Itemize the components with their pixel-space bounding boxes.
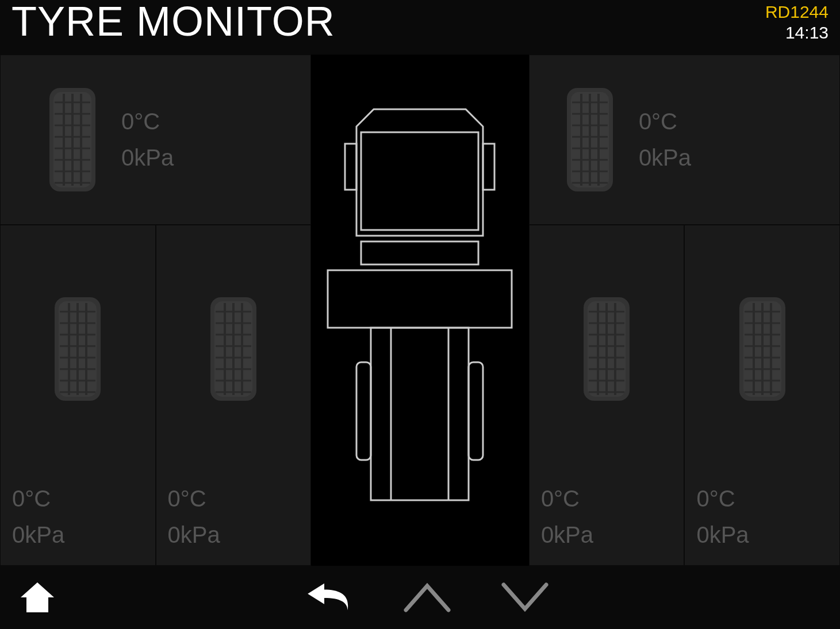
pressure-value: 0kPa bbox=[121, 145, 174, 171]
page-title: TYRE MONITOR bbox=[11, 0, 335, 44]
chevron-down-icon bbox=[499, 580, 551, 615]
back-button[interactable] bbox=[304, 577, 355, 618]
vehicle-diagram bbox=[311, 55, 529, 566]
tyre-readings: 0°C 0kPa bbox=[639, 109, 691, 171]
tyre-icon bbox=[52, 294, 103, 404]
svg-rect-30 bbox=[328, 270, 512, 328]
tyre-panel-front-right: 0°C 0kPa bbox=[529, 55, 840, 225]
tyre-panel-rear-inner-left: 0°C 0kPa bbox=[156, 225, 312, 566]
header-right: RD1244 14:13 bbox=[765, 0, 829, 43]
svg-rect-33 bbox=[469, 362, 483, 460]
header: TYRE MONITOR RD1244 14:13 bbox=[0, 0, 840, 55]
tyre-monitor-screen: TYRE MONITOR RD1244 14:13 bbox=[0, 0, 840, 629]
tyre-panel-rear-outer-right: 0°C 0kPa bbox=[684, 225, 840, 566]
pressure-value: 0kPa bbox=[12, 522, 64, 548]
tyre-readings: 0°C 0kPa bbox=[1, 486, 64, 548]
tyre-panel-rear-outer-left: 0°C 0kPa bbox=[0, 225, 156, 566]
tyre-readings: 0°C 0kPa bbox=[530, 486, 593, 548]
footer-nav bbox=[0, 566, 840, 629]
temp-value: 0°C bbox=[121, 109, 174, 135]
tyre-panel-rear-inner-right: 0°C 0kPa bbox=[529, 225, 685, 566]
svg-rect-31 bbox=[371, 328, 469, 500]
tyre-icon bbox=[208, 294, 259, 404]
svg-rect-27 bbox=[345, 144, 356, 190]
tyre-icon bbox=[564, 85, 616, 194]
home-button[interactable] bbox=[11, 577, 63, 618]
pressure-value: 0kPa bbox=[541, 522, 593, 548]
temp-value: 0°C bbox=[696, 486, 749, 512]
down-button[interactable] bbox=[499, 577, 551, 618]
pressure-value: 0kPa bbox=[639, 145, 691, 171]
pressure-value: 0kPa bbox=[696, 522, 749, 548]
chevron-up-icon bbox=[401, 580, 453, 615]
svg-rect-28 bbox=[483, 144, 494, 190]
tyre-icon bbox=[47, 85, 98, 194]
temp-value: 0°C bbox=[639, 109, 691, 135]
tyre-readings: 0°C 0kPa bbox=[685, 486, 749, 548]
tyre-readings: 0°C 0kPa bbox=[121, 109, 174, 171]
temp-value: 0°C bbox=[168, 486, 220, 512]
tyre-icon bbox=[581, 294, 632, 404]
up-button[interactable] bbox=[401, 577, 453, 618]
vehicle-top-icon bbox=[316, 92, 523, 529]
svg-rect-29 bbox=[361, 241, 478, 264]
home-icon bbox=[18, 580, 56, 615]
tyre-icon bbox=[737, 294, 788, 404]
tyre-panel-front-left: 0°C 0kPa bbox=[0, 55, 311, 225]
pressure-value: 0kPa bbox=[168, 522, 220, 548]
temp-value: 0°C bbox=[12, 486, 64, 512]
tyre-readings: 0°C 0kPa bbox=[156, 486, 220, 548]
svg-rect-32 bbox=[356, 362, 371, 460]
vehicle-id: RD1244 bbox=[765, 2, 829, 22]
back-arrow-icon bbox=[304, 577, 355, 618]
clock: 14:13 bbox=[765, 23, 829, 43]
temp-value: 0°C bbox=[541, 486, 593, 512]
svg-rect-26 bbox=[361, 132, 478, 230]
main-grid: 0°C 0kPa 0°C 0kPa bbox=[0, 55, 840, 566]
